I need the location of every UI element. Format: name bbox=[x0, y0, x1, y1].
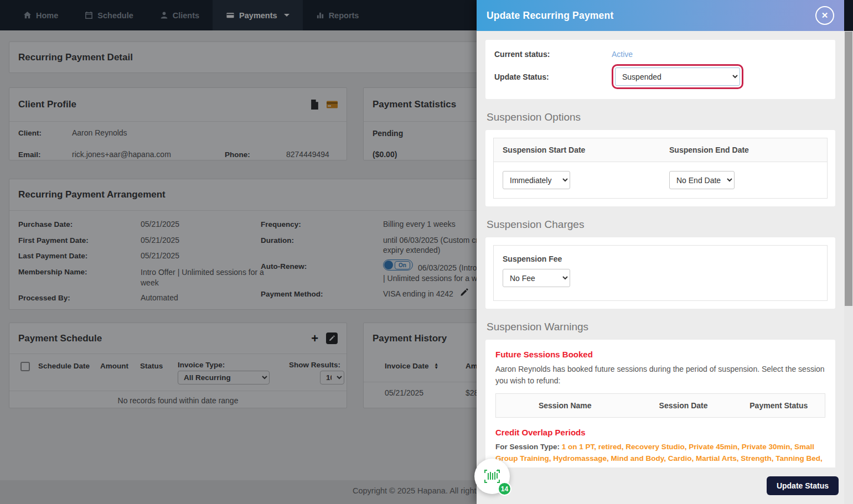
current-status-value[interactable]: Active bbox=[612, 50, 633, 59]
suspension-end-select[interactable]: No End Date bbox=[669, 171, 735, 189]
update-status-button[interactable]: Update Status bbox=[767, 476, 839, 495]
suspension-warnings-heading: Suspension Warnings bbox=[487, 321, 834, 333]
suspension-fee-select[interactable]: No Fee bbox=[503, 269, 570, 287]
barcode-icon bbox=[483, 469, 501, 484]
modal-body: Current status: Active Update Status: Su… bbox=[477, 31, 844, 467]
session-type-label: For Session Type: bbox=[495, 443, 560, 451]
scrollbar-corner bbox=[844, 0, 853, 31]
update-status-label: Update Status: bbox=[494, 72, 612, 81]
future-sessions-table: Session Name Session Date Payment Status bbox=[495, 393, 825, 418]
current-status-label: Current status: bbox=[494, 50, 612, 59]
update-recurring-payment-modal: Update Recurring Payment ✕ Current statu… bbox=[477, 0, 844, 504]
suspension-start-col: Suspension Start Date bbox=[494, 138, 660, 162]
app-window: Home Schedule Clients Payments Reports bbox=[0, 0, 853, 504]
close-glyph: ✕ bbox=[821, 11, 829, 20]
notification-badge[interactable]: 14 bbox=[498, 482, 511, 496]
status-card: Current status: Active Update Status: Su… bbox=[485, 40, 835, 99]
future-sessions-text: Aaron Reynolds has booked future session… bbox=[495, 363, 825, 387]
modal-title: Update Recurring Payment bbox=[487, 10, 613, 22]
suspension-fee-label: Suspension Fee bbox=[503, 254, 818, 263]
modal-footer: Update Status bbox=[477, 467, 844, 504]
suspension-charges-card: Suspension Fee No Fee bbox=[485, 237, 835, 309]
suspension-start-select[interactable]: Immediately bbox=[503, 171, 570, 189]
credit-overlap-heading: Credit Overlap Periods bbox=[495, 428, 825, 437]
suspension-fee-box: Suspension Fee No Fee bbox=[493, 245, 828, 301]
session-name-col: Session Name bbox=[496, 394, 634, 417]
modal-header: Update Recurring Payment ✕ bbox=[477, 0, 844, 31]
close-icon[interactable]: ✕ bbox=[815, 6, 834, 25]
highlight-ring: Suspended bbox=[612, 64, 743, 89]
session-date-col: Session Date bbox=[634, 394, 732, 417]
suspension-options-card: Suspension Start Date Suspension End Dat… bbox=[485, 130, 835, 206]
future-sessions-heading: Future Sessions Booked bbox=[495, 350, 825, 359]
scrollbar bbox=[844, 0, 853, 504]
suspension-warnings-card: Future Sessions Booked Aaron Reynolds ha… bbox=[485, 340, 835, 467]
suspension-charges-heading: Suspension Charges bbox=[487, 219, 834, 231]
suspension-end-col: Suspension End Date bbox=[660, 138, 827, 162]
update-status-select[interactable]: Suspended bbox=[615, 67, 740, 86]
suspension-options-heading: Suspension Options bbox=[487, 111, 834, 123]
scrollbar-thumb[interactable] bbox=[845, 32, 852, 306]
suspension-dates-table: Suspension Start Date Suspension End Dat… bbox=[493, 138, 828, 199]
payment-status-col: Payment Status bbox=[733, 394, 825, 417]
credit-overlap-text: For Session Type: 1 on 1 PT, retired, Re… bbox=[495, 441, 825, 467]
